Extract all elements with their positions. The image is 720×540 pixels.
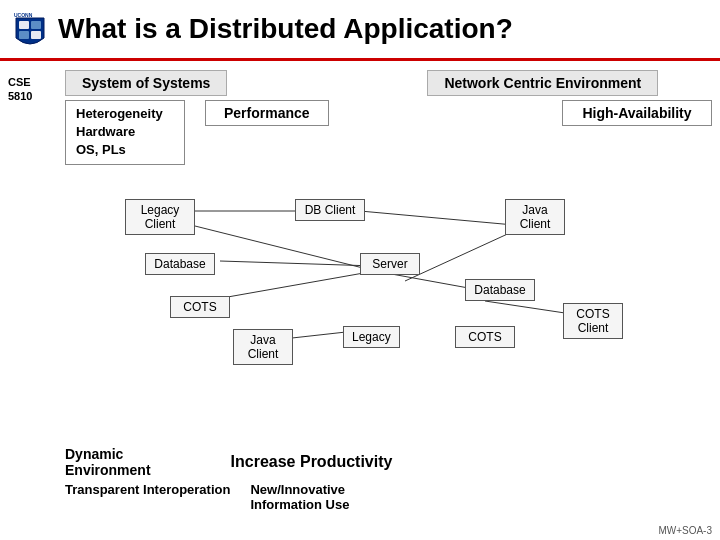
heterogeneity-label: HeterogeneityHardwareOS, PLs [65, 100, 185, 165]
network-centric-label: Network Centric Environment [427, 70, 658, 96]
svg-line-8 [205, 271, 375, 301]
svg-rect-1 [19, 21, 29, 29]
server-box: Server [360, 253, 420, 275]
page-title: What is a Distributed Application? [58, 13, 513, 45]
top-labels-row: System of Systems Network Centric Enviro… [65, 70, 712, 96]
diagram-area: LegacyClient DB Client JavaClient Databa… [65, 171, 712, 451]
increase-productivity-label: Increase Productivity [231, 453, 393, 471]
cots-left-box: COTS [170, 296, 230, 318]
slide-number: MW+SOA-3 [658, 525, 712, 536]
bottom-row1: DynamicEnvironment Increase Productivity [65, 446, 712, 478]
java-client-top-box: JavaClient [505, 199, 565, 235]
course-label: CSE 5810 [8, 75, 32, 104]
logo-area: UCONN [12, 8, 48, 50]
transparent-interoperation-label: Transparent Interoperation [65, 482, 230, 497]
db-client-box: DB Client [295, 199, 365, 221]
bottom-row2: Transparent Interoperation New/Innovativ… [65, 482, 712, 512]
svg-text:UCONN: UCONN [14, 12, 33, 18]
cots-right-box: COTS [455, 326, 515, 348]
header: UCONN What is a Distributed Application? [0, 0, 720, 61]
system-of-systems-label: System of Systems [65, 70, 227, 96]
svg-line-12 [360, 211, 525, 226]
java-client-lower-box: JavaClient [233, 329, 293, 365]
dynamic-environment-label: DynamicEnvironment [65, 446, 151, 478]
svg-rect-2 [31, 21, 41, 29]
cots-client-box: COTSClient [563, 303, 623, 339]
second-labels-row: HeterogeneityHardwareOS, PLs Performance… [65, 100, 712, 165]
svg-rect-4 [31, 31, 41, 39]
database-right-box: Database [465, 279, 535, 301]
new-innovative-label: New/InnovativeInformation Use [250, 482, 349, 512]
high-availability-label: High-Availability [562, 100, 712, 126]
performance-label: Performance [205, 100, 329, 126]
legacy-lower-box: Legacy [343, 326, 400, 348]
database-left-box: Database [145, 253, 215, 275]
legacy-client-box: LegacyClient [125, 199, 195, 235]
uconn-logo: UCONN [12, 8, 48, 50]
svg-line-6 [195, 226, 375, 271]
svg-line-7 [220, 261, 375, 266]
bottom-section: DynamicEnvironment Increase Productivity… [65, 446, 712, 512]
svg-rect-3 [19, 31, 29, 39]
